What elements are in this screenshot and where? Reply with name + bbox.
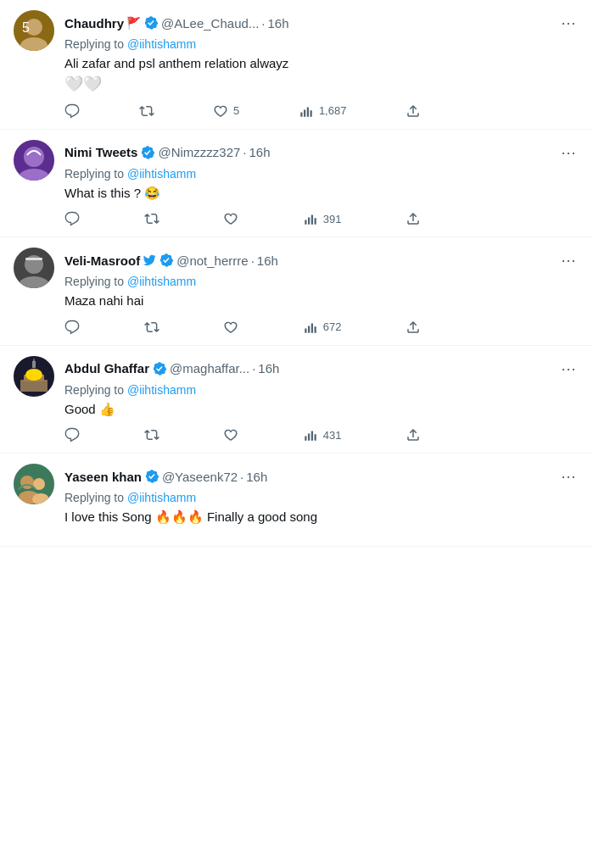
retweet-icon: [139, 103, 154, 119]
time-abdul: 16h: [258, 361, 279, 376]
reply-button-veli[interactable]: [64, 320, 80, 335]
replying-to-link-nimi[interactable]: @iihtishamm: [127, 167, 196, 181]
view-count-nimi: 391: [323, 213, 342, 225]
avatar-chaudhry[interactable]: 5: [14, 10, 54, 51]
avatar-veli[interactable]: [14, 248, 54, 288]
reply-icon: [64, 211, 80, 226]
avatar-yaseen[interactable]: [14, 464, 54, 504]
share-icon: [406, 427, 421, 442]
reply-icon: [64, 427, 80, 442]
retweet-button-nimi[interactable]: [144, 211, 159, 226]
username-yaseen: @Yaseenk72: [162, 470, 238, 484]
svg-rect-20: [308, 326, 310, 332]
tweet-actions-veli: 672: [64, 320, 421, 335]
like-button-nimi[interactable]: [223, 211, 238, 226]
tweet-text-chaudhry: Ali zafar and psl anthem relation alwayz…: [64, 54, 579, 95]
svg-rect-19: [305, 328, 306, 332]
tweet-header-left-abdul: Abdul Ghaffar @maghaffar... · 16h: [64, 361, 557, 376]
more-options-veli[interactable]: ⋯: [557, 248, 579, 273]
tweet-yaseen: Yaseen khan @Yaseenk72 · 16h ⋯ Replying …: [0, 453, 593, 547]
heart-icon: [213, 103, 228, 119]
views-nimi[interactable]: 391: [303, 211, 342, 226]
replying-to-nimi: Replying to @iihtishamm: [64, 167, 579, 181]
replying-to-link-yaseen[interactable]: @iihtishamm: [127, 491, 196, 504]
username-abdul: @maghaffar...: [170, 361, 249, 376]
tweet-chaudhry: 5 Chaudhry 🚩 @ALee_Chaud... · 16h ⋯ Repl…: [0, 0, 593, 130]
more-options-yaseen[interactable]: ⋯: [557, 464, 579, 489]
tweet-text-veli: Maza nahi hai: [64, 292, 579, 311]
retweet-icon: [144, 320, 159, 335]
like-count-chaudhry: 5: [233, 104, 239, 117]
time-veli: 16h: [257, 253, 278, 268]
retweet-icon: [144, 427, 159, 442]
like-button-veli[interactable]: [223, 320, 238, 335]
avatar-abdul[interactable]: [14, 356, 54, 397]
avatar-nimi[interactable]: [14, 140, 54, 181]
svg-rect-31: [310, 431, 312, 441]
views-chaudhry[interactable]: 1,687: [299, 103, 347, 119]
heart-icon: [223, 427, 238, 442]
twitter-bird-icon: [143, 253, 156, 267]
svg-rect-13: [310, 215, 312, 225]
reply-button-abdul[interactable]: [64, 427, 80, 442]
tweet-header-yaseen: Yaseen khan @Yaseenk72 · 16h ⋯: [64, 464, 579, 489]
view-count-abdul: 431: [323, 429, 342, 442]
reply-button-nimi[interactable]: [64, 211, 80, 226]
svg-rect-12: [308, 218, 310, 225]
retweet-icon: [144, 211, 159, 226]
views-icon: [303, 427, 318, 442]
tweet-content-abdul: Abdul Ghaffar @maghaffar... · 16h ⋯ Repl…: [64, 356, 579, 443]
reply-icon: [64, 103, 80, 119]
retweet-button-veli[interactable]: [144, 320, 159, 335]
views-abdul[interactable]: 431: [303, 427, 342, 442]
like-button-chaudhry[interactable]: 5: [213, 103, 239, 119]
tweet-header-chaudhry: Chaudhry 🚩 @ALee_Chaud... · 16h ⋯: [64, 10, 579, 36]
more-options-abdul[interactable]: ⋯: [557, 356, 579, 381]
verified-icon-chaudhry: [143, 15, 159, 31]
views-veli[interactable]: 672: [303, 320, 342, 335]
tweet-actions-nimi: 391: [64, 211, 421, 226]
retweet-button-abdul[interactable]: [144, 427, 159, 442]
replying-to-link-chaudhry[interactable]: @iihtishamm: [127, 37, 196, 51]
reply-button-chaudhry[interactable]: [64, 103, 80, 119]
view-count-chaudhry: 1,687: [319, 104, 347, 117]
share-button-abdul[interactable]: [406, 427, 421, 442]
username-chaudhry: @ALee_Chaud...: [161, 16, 259, 31]
heart-icon: [223, 320, 238, 335]
display-name-abdul: Abdul Ghaffar: [64, 361, 149, 376]
tweet-header-nimi: Nimi Tweets @Nimzzzz327 · 16h ⋯: [64, 140, 579, 165]
more-options-chaudhry[interactable]: ⋯: [557, 10, 579, 36]
views-icon: [303, 320, 318, 335]
display-name-chaudhry: Chaudhry: [64, 16, 124, 31]
like-button-abdul[interactable]: [223, 427, 238, 442]
svg-rect-29: [305, 437, 306, 441]
share-button-chaudhry[interactable]: [406, 103, 421, 119]
replying-to-yaseen: Replying to @iihtishamm: [64, 491, 579, 504]
verified-icon-nimi: [140, 145, 155, 160]
time-nimi: 16h: [249, 145, 271, 159]
svg-point-9: [24, 147, 44, 167]
more-options-nimi[interactable]: ⋯: [557, 140, 579, 165]
share-icon: [406, 320, 421, 335]
retweet-button-chaudhry[interactable]: [139, 103, 154, 119]
svg-rect-22: [314, 326, 316, 333]
share-button-nimi[interactable]: [406, 211, 421, 226]
tweet-actions-chaudhry: 5 1,687: [64, 103, 421, 119]
share-button-veli[interactable]: [406, 320, 421, 335]
tweet-veli: Veli-Masroof @not_herrre · 16h ⋯ Replyin…: [0, 237, 593, 346]
replying-to-veli: Replying to @iihtishamm: [64, 275, 579, 288]
svg-rect-5: [304, 109, 305, 116]
svg-rect-11: [305, 220, 306, 225]
tweet-nimi: Nimi Tweets @Nimzzzz327 · 16h ⋯ Replying…: [0, 130, 593, 238]
replying-to-link-veli[interactable]: @iihtishamm: [127, 275, 196, 288]
share-icon: [406, 211, 421, 226]
svg-rect-18: [25, 258, 42, 260]
time-chaudhry: 16h: [268, 16, 289, 31]
svg-rect-4: [300, 112, 302, 116]
hearts-chaudhry: 🤍🤍: [64, 75, 102, 92]
views-icon: [299, 103, 314, 119]
replying-to-link-abdul[interactable]: @iihtishamm: [127, 383, 196, 397]
tweet-header-left: Chaudhry 🚩 @ALee_Chaud... · 16h: [64, 15, 557, 31]
tweet-content-yaseen: Yaseen khan @Yaseenk72 · 16h ⋯ Replying …: [64, 464, 579, 536]
tweet-text-yaseen: I love this Song 🔥🔥🔥 Finally a good song: [64, 508, 579, 527]
